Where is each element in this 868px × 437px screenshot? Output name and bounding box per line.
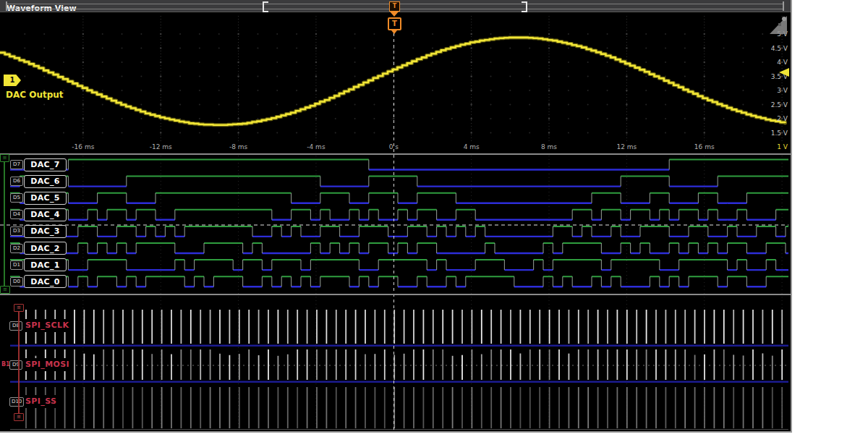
analog-digital-separator[interactable] (0, 153, 791, 155)
digital-spi-separator[interactable] (0, 294, 791, 295)
trigger-level-arrow-icon[interactable] (779, 68, 789, 77)
trigger-flag-tail (391, 30, 397, 34)
waveform-canvas (0, 0, 791, 431)
horizontal-zoom-scrollbar[interactable]: T (6, 1, 784, 11)
channel-1-label[interactable]: DAC Output (6, 90, 64, 100)
scrollbar-left-cap (6, 1, 7, 11)
trigger-down-arrow-icon (390, 12, 399, 17)
zoom-window-left-bracket[interactable] (263, 1, 268, 12)
waveform-view-window: Waveform View T T B1 5 V4.5 V4 V3.5 V3 V… (0, 0, 792, 433)
scrollbar-right-cap (783, 1, 784, 11)
zoom-window-right-bracket[interactable] (522, 1, 527, 12)
pan-zoom-cursor-icon[interactable] (764, 14, 790, 36)
trigger-flag[interactable]: T (388, 17, 401, 30)
trigger-position-marker[interactable]: T (389, 1, 400, 12)
